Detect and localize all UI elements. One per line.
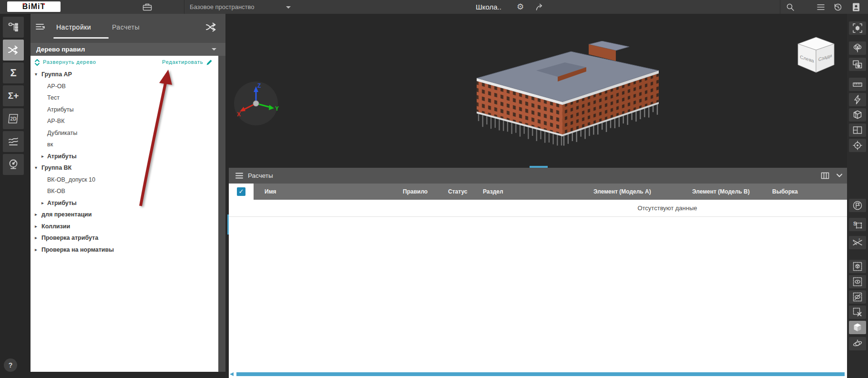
panel-menu-icon[interactable] bbox=[235, 172, 244, 180]
tab-settings[interactable]: Настройки bbox=[56, 23, 91, 31]
collision-pair-icon[interactable]: 1 2 bbox=[849, 236, 866, 249]
show-icon[interactable] bbox=[849, 275, 866, 288]
section-box-icon[interactable] bbox=[849, 108, 866, 122]
tree-actions-row: Развернуть дерево Редактировать bbox=[31, 56, 218, 69]
tree-item[interactable]: ▸Проверка атрибута bbox=[31, 232, 218, 244]
edit-link[interactable]: Редактировать bbox=[162, 56, 203, 69]
topbar-divider bbox=[184, 0, 184, 14]
profile-icon[interactable] bbox=[851, 2, 861, 12]
gear-icon[interactable]: ⚙ bbox=[517, 1, 524, 13]
help-button[interactable]: ? bbox=[4, 358, 17, 372]
expand-tree-link[interactable]: Развернуть дерево bbox=[43, 56, 96, 69]
tree-item[interactable]: ▸Коллизии bbox=[31, 221, 218, 233]
workspace-selector[interactable]: Базовое пространство bbox=[190, 0, 255, 14]
caret-expanded-icon[interactable]: ▾ bbox=[35, 162, 37, 174]
horizontal-scrollbar[interactable] bbox=[236, 372, 845, 376]
sum-plus-icon[interactable]: Σ+ bbox=[3, 85, 24, 106]
panel-drag-handle[interactable] bbox=[530, 166, 548, 168]
locate-icon[interactable] bbox=[849, 139, 866, 152]
tree-item[interactable]: ▸Проверка на нормативы bbox=[31, 244, 218, 256]
list-icon[interactable] bbox=[816, 3, 826, 11]
tree-item[interactable]: АР-ОВ bbox=[31, 81, 218, 92]
isolate-icon[interactable] bbox=[849, 260, 866, 273]
top-bar: BiMiT Базовое пространство Школа.. ⚙ bbox=[0, 0, 868, 14]
collapse-panel-chevron-icon[interactable] bbox=[836, 173, 843, 178]
vertical-scrollbar-stub[interactable] bbox=[227, 215, 229, 235]
tree-item-label: Дубликаты bbox=[47, 127, 77, 139]
select-all-checkbox[interactable]: ✓ bbox=[237, 187, 245, 196]
tree-item[interactable]: ▾Группа ВК bbox=[31, 162, 218, 174]
tree-item[interactable]: АР-ВК bbox=[31, 115, 218, 127]
tree-item[interactable]: ▾Группа АР bbox=[31, 69, 218, 81]
tree-item[interactable]: Тест bbox=[31, 92, 218, 104]
collapse-panel-icon[interactable] bbox=[34, 21, 46, 32]
svg-text:2: 2 bbox=[858, 238, 860, 241]
columns-icon[interactable] bbox=[821, 172, 829, 179]
sum-icon[interactable]: Σ bbox=[3, 62, 24, 83]
tab-calculations[interactable]: Расчеты bbox=[112, 23, 140, 31]
tree-item[interactable]: ▸Атрибуты bbox=[31, 151, 218, 163]
model-tree-icon[interactable] bbox=[3, 17, 24, 38]
caret-collapsed-icon[interactable]: ▸ bbox=[41, 151, 44, 163]
building-model[interactable] bbox=[443, 41, 691, 160]
select-similar-icon[interactable] bbox=[849, 58, 866, 71]
tree-item[interactable]: ВК-ОВ bbox=[31, 185, 218, 197]
axis-gizmo-icon[interactable]: Z X Y bbox=[233, 81, 279, 126]
column-header[interactable]: Статус bbox=[448, 184, 467, 200]
column-header[interactable]: Имя bbox=[265, 184, 276, 200]
caret-collapsed-icon[interactable]: ▸ bbox=[35, 221, 37, 233]
tree-item-label: ВК-ОВ bbox=[47, 185, 65, 197]
tree-item[interactable]: вк bbox=[31, 139, 218, 151]
bimit-logo[interactable]: BiMiT bbox=[7, 1, 61, 12]
column-header[interactable]: Элемент (Модель А) bbox=[593, 184, 651, 200]
caret-collapsed-icon[interactable]: ▸ bbox=[35, 232, 37, 244]
caret-collapsed-icon[interactable]: ▸ bbox=[35, 209, 37, 221]
search-icon[interactable] bbox=[786, 2, 795, 12]
caret-expanded-icon[interactable]: ▾ bbox=[35, 69, 37, 81]
calculations-panel-header[interactable]: Расчеты bbox=[229, 168, 850, 184]
orbit-icon[interactable] bbox=[849, 337, 866, 350]
column-header[interactable]: Раздел bbox=[483, 184, 503, 200]
zoom-selection-icon[interactable] bbox=[849, 21, 866, 35]
clear-selection-icon[interactable] bbox=[849, 306, 866, 319]
rule-tree-dropdown[interactable]: Дерево правил bbox=[31, 43, 225, 56]
checks-shuffle-icon[interactable] bbox=[3, 40, 24, 61]
tree-item[interactable]: Дубликаты bbox=[31, 127, 218, 139]
hscroll-left-arrow[interactable] bbox=[230, 372, 234, 376]
panel-shuffle-icon[interactable] bbox=[204, 20, 218, 34]
view-cube[interactable]: Слева Сзади bbox=[792, 34, 840, 76]
measure-icon[interactable] bbox=[849, 78, 866, 91]
column-header[interactable]: Правило bbox=[403, 184, 428, 200]
saved-selection-icon[interactable]: S bbox=[849, 218, 866, 231]
tree-item-label: АР-ОВ bbox=[47, 81, 66, 92]
model-structure-icon[interactable] bbox=[849, 41, 866, 55]
column-header[interactable]: Выборка bbox=[772, 184, 798, 200]
tree-item[interactable]: ▸Атрибуты bbox=[31, 197, 218, 209]
floorplan-icon[interactable] bbox=[849, 123, 866, 137]
hide-icon[interactable] bbox=[849, 290, 866, 304]
sheet-2d-icon[interactable]: 2D bbox=[3, 108, 24, 129]
dashboard-gauge-icon[interactable] bbox=[3, 154, 24, 175]
charts-icon[interactable] bbox=[3, 131, 24, 152]
panel-scroll-gutter[interactable] bbox=[218, 56, 225, 372]
tree-item[interactable]: ВК-ОВ_допуск 10 bbox=[31, 174, 218, 186]
expand-tree-icon[interactable] bbox=[34, 59, 41, 66]
tree-item-label: АР-ВК bbox=[47, 115, 64, 127]
flag-icon[interactable] bbox=[849, 199, 866, 212]
briefcase-icon[interactable] bbox=[142, 2, 153, 12]
shaded-view-icon[interactable] bbox=[849, 321, 866, 334]
edit-pencil-icon[interactable] bbox=[206, 59, 213, 66]
left-panel-header: Настройки Расчеты bbox=[31, 14, 225, 43]
caret-collapsed-icon[interactable]: ▸ bbox=[35, 244, 37, 256]
history-icon[interactable] bbox=[833, 2, 843, 12]
workspace-caret-icon[interactable] bbox=[286, 6, 291, 9]
axis-x-label: X bbox=[237, 111, 241, 118]
caret-collapsed-icon[interactable]: ▸ bbox=[41, 197, 44, 209]
column-header[interactable]: Элемент (Модель В) bbox=[692, 184, 750, 200]
share-icon[interactable] bbox=[535, 2, 544, 11]
tree-item[interactable]: Атрибуты bbox=[31, 104, 218, 116]
tree-item-label: Атрибуты bbox=[47, 104, 74, 116]
tree-item[interactable]: ▸для презентации bbox=[31, 209, 218, 221]
rule-tree-panel: Развернуть дерево Редактировать ▾Группа … bbox=[31, 56, 218, 372]
clip-icon[interactable] bbox=[849, 93, 866, 106]
